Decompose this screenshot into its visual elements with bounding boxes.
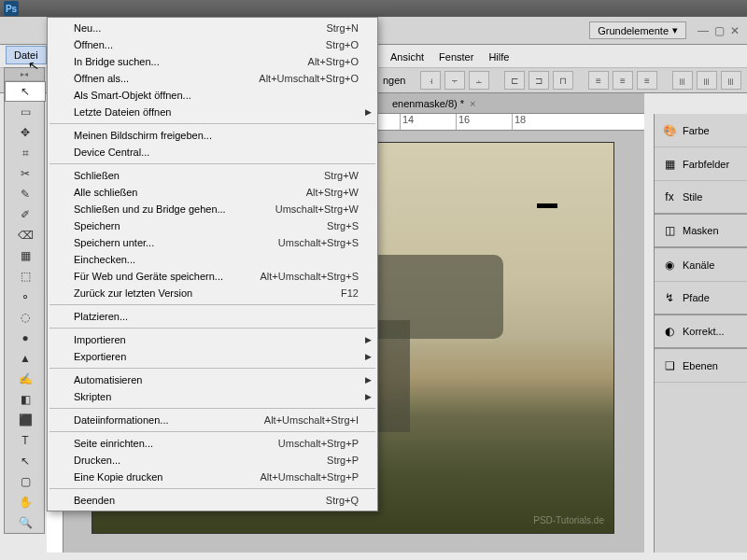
align-icon[interactable]: ⊐: [529, 71, 549, 90]
menu-item[interactable]: Automatisieren▶: [48, 371, 377, 388]
panel-icon: ▦: [662, 157, 677, 172]
menu-item-label: Seite einrichten...: [74, 438, 153, 449]
close-tab-icon[interactable]: ×: [470, 98, 475, 109]
menu-item-label: Schließen und zu Bridge gehen...: [74, 203, 226, 215]
menu-shortcut: Strg+N: [326, 22, 359, 34]
align-icon[interactable]: ⊓: [553, 71, 573, 90]
align-icon[interactable]: ⊏: [504, 71, 525, 90]
menu-shortcut: Umschalt+Strg+S: [278, 237, 359, 248]
panel-item[interactable]: fxStile: [655, 181, 747, 215]
menu-item[interactable]: Öffnen...Strg+O: [48, 36, 377, 53]
menu-datei[interactable]: Datei: [6, 46, 47, 64]
distribute-icon[interactable]: ≡: [613, 71, 633, 90]
menu-item[interactable]: Dateiinformationen...Alt+Umschalt+Strg+I: [48, 412, 377, 428]
distribute-icon[interactable]: ≡: [637, 71, 657, 90]
distribute-icon[interactable]: ⫼: [721, 71, 741, 90]
menu-shortcut: Strg+S: [327, 220, 359, 231]
tool-button[interactable]: ⚬: [5, 287, 46, 307]
menu-item-label: Automatisieren: [74, 374, 142, 385]
menu-hilfe[interactable]: Hilfe: [481, 49, 516, 65]
menu-item-label: Zurück zur letzten Version: [74, 287, 192, 299]
panel-item[interactable]: ▦Farbfelder: [655, 147, 747, 181]
menu-item[interactable]: Importieren▶: [48, 331, 377, 348]
menu-item[interactable]: Eine Kopie druckenAlt+Umschalt+Strg+P: [48, 469, 377, 485]
tool-button[interactable]: ▦: [5, 245, 46, 266]
distribute-icon[interactable]: ⫼: [697, 71, 717, 90]
menu-item[interactable]: Skripten▶: [48, 388, 377, 405]
panel-item[interactable]: ◫Masken: [655, 215, 747, 248]
panel-label: Kanäle: [683, 259, 714, 271]
tool-button[interactable]: 🔍: [5, 512, 46, 533]
menu-item[interactable]: Öffnen als...Alt+Umschalt+Strg+O: [48, 70, 377, 87]
menu-item[interactable]: Als Smart-Objekt öffnen...: [48, 87, 377, 104]
tool-button[interactable]: ✂: [5, 163, 46, 184]
tool-button[interactable]: ✥: [5, 122, 46, 143]
panel-icon: 🎨: [662, 123, 677, 138]
tool-button[interactable]: T: [5, 430, 46, 451]
tool-button[interactable]: ↖: [5, 451, 46, 471]
panel-label: Korrekt...: [683, 326, 725, 337]
ruler-tick: 16: [456, 114, 512, 130]
menu-item[interactable]: Platzieren...: [48, 308, 377, 325]
align-icon[interactable]: ⫠: [469, 71, 489, 90]
toolbox-grip[interactable]: ▸◂: [5, 68, 44, 81]
tool-button[interactable]: ⬛: [5, 410, 46, 430]
distribute-icon[interactable]: ≡: [588, 71, 609, 90]
menu-item-label: Letzte Dateien öffnen: [74, 106, 171, 118]
menu-item[interactable]: Meinen Bildschirm freigeben...: [48, 127, 377, 144]
panel-item[interactable]: ◉Kanäle: [655, 248, 747, 282]
submenu-arrow-icon: ▶: [365, 392, 372, 401]
tool-button[interactable]: ↖: [5, 81, 46, 102]
tool-button[interactable]: ◧: [5, 389, 46, 410]
tool-button[interactable]: ✐: [5, 204, 46, 225]
menu-item[interactable]: Speichern unter...Umschalt+Strg+S: [48, 234, 377, 251]
menu-item[interactable]: Neu...Strg+N: [48, 20, 377, 36]
menu-item[interactable]: Für Web und Geräte speichern...Alt+Umsch…: [48, 268, 377, 285]
menu-item-label: Schließen: [74, 170, 120, 181]
tool-button[interactable]: ✎: [5, 184, 46, 204]
menu-item[interactable]: Letzte Dateien öffnen▶: [48, 104, 377, 120]
panel-item[interactable]: ❏Ebenen: [655, 349, 747, 383]
menu-item-label: Exportieren: [74, 351, 126, 362]
document-tab-label[interactable]: enenmaske/8) *: [392, 98, 464, 109]
menu-item[interactable]: In Bridge suchen...Alt+Strg+O: [48, 53, 377, 70]
tool-button[interactable]: ▭: [5, 102, 46, 122]
menu-ansicht[interactable]: Ansicht: [383, 49, 431, 65]
close-button[interactable]: ✕: [730, 24, 740, 37]
menu-item[interactable]: SpeichernStrg+S: [48, 217, 377, 234]
menu-item[interactable]: Alle schließenAlt+Strg+W: [48, 184, 377, 201]
menu-item[interactable]: Device Central...: [48, 144, 377, 161]
tool-button[interactable]: ⬚: [5, 266, 46, 287]
tool-button[interactable]: ⌫: [5, 225, 46, 245]
menu-item[interactable]: BeendenStrg+Q: [48, 492, 377, 509]
menu-bar-visible: Ansicht Fenster Hilfe: [383, 49, 516, 65]
panel-item[interactable]: ↯Pfade: [655, 282, 747, 315]
tool-button[interactable]: ✋: [5, 492, 46, 512]
distribute-icon[interactable]: ⫼: [672, 71, 693, 90]
tool-button[interactable]: ✍: [5, 369, 46, 389]
tool-button[interactable]: ▢: [5, 471, 46, 492]
tool-button[interactable]: ◌: [5, 307, 46, 328]
menu-item[interactable]: Schließen und zu Bridge gehen...Umschalt…: [48, 201, 377, 217]
menu-item[interactable]: Zurück zur letzten VersionF12: [48, 285, 377, 301]
menu-fenster[interactable]: Fenster: [431, 49, 481, 65]
panel-item[interactable]: 🎨Farbe: [655, 114, 747, 147]
menu-item-label: Speichern: [74, 220, 120, 231]
panel-label: Stile: [683, 191, 702, 203]
menu-shortcut: Alt+Strg+W: [306, 187, 359, 198]
menu-item-label: Meinen Bildschirm freigeben...: [74, 130, 212, 141]
workspace-switcher[interactable]: Grundelemente ▾: [589, 21, 686, 39]
align-icon[interactable]: ⫞: [420, 71, 441, 90]
panel-item[interactable]: ◐Korrekt...: [655, 315, 747, 349]
menu-item[interactable]: SchließenStrg+W: [48, 167, 377, 184]
align-icon[interactable]: ⫟: [444, 71, 465, 90]
tool-button[interactable]: ●: [5, 328, 46, 348]
maximize-button[interactable]: ▢: [714, 24, 725, 37]
tool-button[interactable]: ⌗: [5, 143, 46, 163]
tool-button[interactable]: ▲: [5, 348, 46, 369]
menu-item[interactable]: Drucken...Strg+P: [48, 452, 377, 469]
minimize-button[interactable]: —: [698, 24, 709, 37]
menu-item[interactable]: Exportieren▶: [48, 348, 377, 365]
menu-item[interactable]: Seite einrichten...Umschalt+Strg+P: [48, 435, 377, 452]
menu-item[interactable]: Einchecken...: [48, 251, 377, 268]
